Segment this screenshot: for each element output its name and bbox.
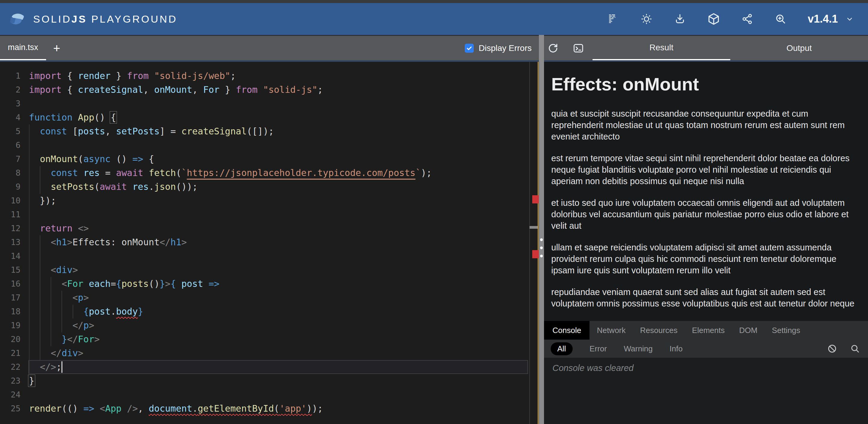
line-number: 6 [0, 138, 29, 152]
code-line[interactable]: 4function App() { [0, 111, 539, 124]
ban-icon [827, 343, 837, 354]
brand: SOLIDJS PLAYGROUND [8, 10, 178, 28]
code-line[interactable]: 15 <div> [0, 263, 539, 277]
code-line-text: </p> [29, 319, 94, 332]
code-line-text: <h1>Effects: onMount</h1> [29, 235, 187, 249]
code-line[interactable]: 13 <h1>Effects: onMount</h1> [0, 235, 539, 249]
code-editor[interactable]: 1import { render } from "solid-js/web";2… [0, 62, 539, 424]
prettier-format-button[interactable] [607, 13, 619, 25]
display-errors-toggle[interactable]: Display Errors [465, 36, 539, 60]
console-output[interactable]: Console was cleared [544, 358, 868, 424]
code-line-text: } [29, 374, 34, 388]
console-tab-resources[interactable]: Resources [633, 321, 685, 340]
console-filter-info[interactable]: Info [670, 344, 683, 354]
terminal-icon [572, 42, 584, 54]
console-tab-console[interactable]: Console [544, 321, 590, 340]
code-line[interactable]: 19 </p> [0, 319, 539, 332]
code-line[interactable]: 10 }); [0, 194, 539, 208]
line-number: 18 [0, 305, 29, 319]
code-line[interactable]: 14 [0, 249, 539, 263]
editor-tab-strip: main.tsx + Display Errors [0, 36, 539, 60]
panel-splitter[interactable] [539, 35, 544, 424]
add-file-button[interactable]: + [46, 36, 67, 60]
header-actions: v1.4.1 [607, 12, 854, 26]
preview-tab-strip: Result Output [539, 36, 868, 60]
preview-panel: Effects: onMount quia et suscipit suscip… [544, 62, 868, 424]
code-line[interactable]: 22 </>; [0, 360, 539, 374]
console-tab-elements[interactable]: Elements [685, 321, 732, 340]
refresh-button[interactable] [547, 42, 559, 54]
solidjs-playground-app: SOLIDJS PLAYGROUND [0, 0, 868, 424]
code-line[interactable]: 11 [0, 208, 539, 221]
preview-paragraph: ullam et saepe reiciendis voluptatem adi… [551, 242, 860, 276]
line-number: 13 [0, 235, 29, 249]
code-line-text: const res = await fetch(`https://jsonpla… [29, 166, 432, 180]
tab-output[interactable]: Output [730, 36, 868, 60]
code-line[interactable]: 9 setPosts(await res.json()); [0, 180, 539, 194]
code-line[interactable]: 5 const [posts, setPosts] = createSignal… [0, 124, 539, 138]
clear-console-button[interactable] [827, 343, 837, 354]
code-line[interactable]: 25render(() => <App />, document.getElem… [0, 402, 539, 416]
code-line[interactable]: 18 {post.body} [0, 305, 539, 319]
text-cursor [61, 361, 62, 373]
splitter-dot [540, 238, 543, 241]
download-button[interactable] [674, 13, 686, 25]
preview-paragraph: quia et suscipit suscipit recusandae con… [551, 108, 860, 142]
display-errors-checkbox[interactable] [465, 44, 474, 53]
code-line[interactable]: 3 [0, 97, 539, 111]
app-title: SOLIDJS PLAYGROUND [33, 13, 178, 25]
console-tab-settings[interactable]: Settings [765, 321, 807, 340]
line-number: 7 [0, 152, 29, 166]
terminal-button[interactable] [572, 42, 584, 54]
preview-paragraph: est rerum tempore vitae sequi sint nihil… [551, 152, 860, 187]
code-line-text: {post.body} [29, 305, 143, 319]
console-tab-network[interactable]: Network [590, 321, 632, 340]
theme-toggle-button[interactable] [640, 13, 653, 25]
result-preview: Effects: onMount quia et suscipit suscip… [544, 62, 868, 321]
code-line[interactable]: 21 </div> [0, 346, 539, 360]
code-line-text: onMount(async () => { [29, 152, 154, 166]
console-filter-warning[interactable]: Warning [624, 344, 653, 354]
tab-result[interactable]: Result [592, 36, 730, 60]
console-filter-error[interactable]: Error [590, 344, 607, 354]
code-line-text: <p> [29, 291, 89, 305]
line-number: 14 [0, 249, 29, 263]
version-select[interactable]: v1.4.1 [808, 13, 854, 25]
code-line[interactable]: 20 }</For> [0, 332, 539, 346]
share-button[interactable] [741, 13, 753, 25]
code-line-text: render(() => <App />, document.getElemen… [29, 402, 323, 416]
console-message: Console was cleared [553, 363, 633, 373]
console-filter-all[interactable]: All [551, 342, 572, 355]
preview-heading: Effects: onMount [551, 74, 860, 95]
scroll-marker [530, 226, 538, 229]
indent-guide [29, 208, 30, 221]
code-line[interactable]: 12 return <> [0, 221, 539, 235]
main-area: 1import { render } from "solid-js/web";2… [0, 62, 868, 424]
code-line[interactable]: 6 [0, 138, 539, 152]
solid-logo-icon [8, 10, 27, 28]
code-line[interactable]: 2import { createSignal, onMount, For } f… [0, 83, 539, 97]
line-number: 1 [0, 69, 29, 83]
tab-main-tsx[interactable]: main.tsx [0, 36, 46, 60]
code-line[interactable]: 8 const res = await fetch(`https://jsonp… [0, 166, 539, 180]
prettier-format-icon [607, 13, 619, 25]
codesandbox-icon [707, 12, 720, 26]
line-number: 15 [0, 263, 29, 277]
zoom-scale-button[interactable] [775, 13, 786, 25]
line-number: 25 [0, 402, 29, 416]
indent-guide [29, 138, 30, 152]
line-number: 2 [0, 83, 29, 97]
code-line[interactable]: 7 onMount(async () => { [0, 152, 539, 166]
search-console-button[interactable] [850, 343, 860, 354]
search-icon [850, 343, 860, 354]
code-line[interactable]: 16 <For each={posts()}>{ post => [0, 277, 539, 291]
indent-guide [40, 249, 40, 263]
codesandbox-export-button[interactable] [707, 12, 720, 26]
code-line[interactable]: 1import { render } from "solid-js/web"; [0, 69, 539, 83]
splitter-dot [540, 255, 543, 258]
console-tab-dom[interactable]: DOM [732, 321, 765, 340]
code-line[interactable]: 17 <p> [0, 291, 539, 305]
code-line[interactable]: 23} [0, 374, 539, 388]
error-marker [532, 250, 539, 258]
code-line[interactable]: 24 [0, 388, 539, 402]
